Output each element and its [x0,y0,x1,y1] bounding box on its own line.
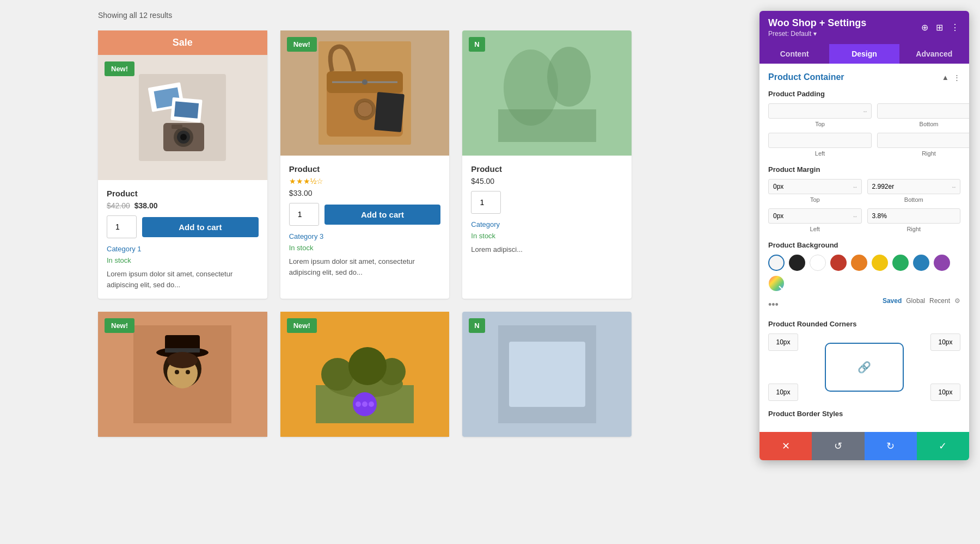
product-image-6: N [462,312,632,437]
color-swatch-blue[interactable] [913,255,929,271]
footer-save-btn[interactable]: ✓ [917,432,969,460]
color-swatch-white[interactable] [810,255,826,271]
color-swatch-white-selected[interactable] [768,255,785,271]
color-swatch-row [768,255,960,292]
corner-bl-input[interactable] [768,384,798,401]
margin-label: Product Margin [768,165,960,174]
margin-top-input[interactable] [769,180,849,194]
margin-right-input[interactable] [868,209,960,223]
corner-link-icon[interactable]: 🔗 [857,361,871,374]
padding-left-input[interactable] [769,133,871,147]
footer-redo-btn[interactable]: ↻ [865,432,917,460]
corner-tl-input[interactable] [768,333,798,351]
svg-point-39 [362,401,367,407]
product-card-5: New! [280,312,450,437]
color-swatch-green[interactable] [892,255,909,271]
section-more-btn[interactable]: ⋮ [953,73,960,82]
section-header: Product Container ▲ ⋮ [768,72,960,82]
padding-right-field: Right [877,133,969,157]
svg-point-40 [369,401,374,407]
padding-top-input[interactable] [769,104,859,118]
panel-icon-more[interactable]: ⋮ [950,21,960,34]
add-to-cart-row-3 [471,191,623,214]
color-swatch-yellow[interactable] [872,255,888,271]
product-card-2: New! [280,30,450,299]
rounded-corners-label: Product Rounded Corners [768,320,960,328]
product-desc-1: Lorem ipsum dolor sit amet, consectetur … [107,269,259,290]
svg-point-38 [356,401,361,407]
qty-input-3[interactable] [471,191,501,214]
category-link-1[interactable]: Category 1 [107,245,259,253]
qty-input-2[interactable] [289,203,319,226]
padding-label: Product Padding [768,90,960,98]
panel-icon-target[interactable]: ⊕ [920,21,929,34]
margin-bottom-link: ↔ [948,182,960,192]
svg-point-16 [357,102,372,117]
add-to-cart-btn-1[interactable]: Add to cart [142,217,259,237]
panel-footer: ✕ ↺ ↻ ✓ [759,432,969,460]
color-settings-icon[interactable]: ⚙ [954,297,960,305]
padding-bottom-field: ↔ Bottom [877,103,969,127]
product-image-partial [462,30,632,156]
margin-bottom-label: Bottom [904,196,923,203]
product-info-2: Product ★★★½☆ $33.00 Add to cart Categor… [280,156,450,286]
svg-point-8 [180,134,187,140]
footer-undo-btn[interactable]: ↺ [812,432,864,460]
svg-rect-21 [498,109,596,142]
section-collapse-btn[interactable]: ▲ [942,73,949,82]
new-badge-4: New! [105,318,134,333]
svg-rect-17 [374,92,405,132]
new-badge-1: New! [105,61,134,76]
margin-top-label: Top [810,196,820,203]
margin-top-field: ↔ Top [768,179,862,203]
more-dots[interactable]: ••• [768,299,779,311]
corner-tr-input[interactable] [930,333,960,351]
qty-input-1[interactable] [107,215,137,238]
footer-cancel-btn[interactable]: ✕ [759,432,812,460]
padding-bottom-label: Bottom [920,121,939,127]
panel-icon-layout[interactable]: ⊞ [935,21,944,34]
add-to-cart-row-1: Add to cart [107,215,259,238]
panel-title: Woo Shop + Settings [768,17,866,29]
color-swatch-orange[interactable] [851,255,867,271]
in-stock-2: In stock [289,244,441,252]
category-link-2[interactable]: Category 3 [289,232,441,240]
color-swatch-purple[interactable] [934,255,950,271]
svg-rect-9 [171,125,182,129]
panel-body: Product Container ▲ ⋮ Product Padding ↔ … [759,64,969,432]
padding-bottom-input[interactable] [878,104,968,118]
color-bottom-row: ••• Saved Global Recent ⚙ [768,297,960,312]
margin-left-input[interactable] [769,209,849,223]
padding-right-input[interactable] [878,133,969,147]
category-link-3[interactable]: Category [471,220,623,228]
color-tab-saved[interactable]: Saved [883,297,902,305]
product-image-4: New! [98,312,267,437]
tab-design[interactable]: Design [829,44,899,64]
color-tab-global[interactable]: Global [906,297,925,305]
corner-input-left-col [768,333,798,401]
svg-rect-42 [509,342,585,407]
new-badge-3: N [469,37,485,52]
corner-preview: 🔗 [825,343,904,392]
margin-left-label: Left [810,226,820,232]
svg-point-30 [186,370,190,374]
tab-advanced[interactable]: Advanced [899,44,969,64]
svg-point-20 [547,47,591,107]
padding-top-input-row: ↔ [768,103,872,119]
add-to-cart-btn-2[interactable]: Add to cart [324,205,441,225]
tab-content[interactable]: Content [759,44,829,64]
padding-left-label: Left [815,150,825,157]
color-swatch-red[interactable] [830,255,847,271]
product-name-2: Product [289,164,441,174]
cancel-icon: ✕ [782,440,790,452]
margin-right-field: Right [867,208,961,232]
color-picker-btn[interactable] [768,275,785,292]
panel-header-icons: ⊕ ⊞ ⋮ [920,21,960,34]
corner-br-input[interactable] [930,384,960,401]
border-styles-title: Product Border Styles [768,410,960,418]
color-swatch-black[interactable] [789,255,805,271]
margin-bottom-input[interactable] [868,180,948,194]
panel-tabs: Content Design Advanced [759,44,969,64]
padding-bottom-link: ↔ [968,106,969,116]
color-tab-recent[interactable]: Recent [929,297,950,305]
